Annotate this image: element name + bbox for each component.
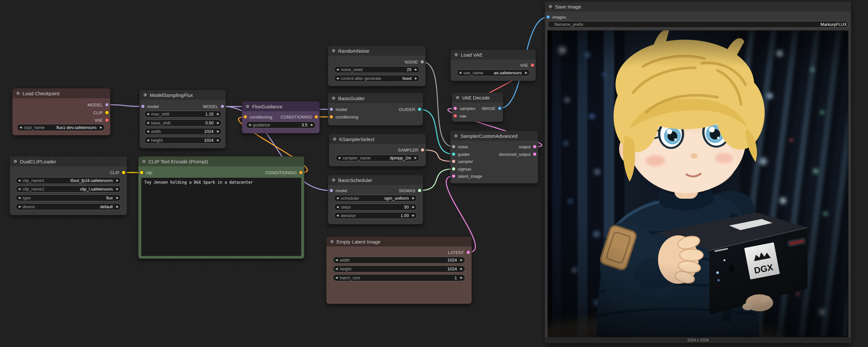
widget-clip_name1[interactable]: ◀clip_name1t5xxl_fp16.safetensors▶: [16, 177, 121, 184]
node-titlebar[interactable]: Load Checkpoint: [12, 88, 110, 98]
collapse-dot-icon[interactable]: [332, 96, 335, 100]
output-port-NOISE[interactable]: [421, 60, 424, 63]
decrement-arrow-icon[interactable]: ◀: [246, 121, 253, 128]
output-port-GUIDER[interactable]: [418, 108, 421, 111]
collapse-dot-icon[interactable]: [332, 49, 335, 52]
increment-arrow-icon[interactable]: ▶: [215, 119, 221, 126]
widget-scheduler[interactable]: ◀schedulersgm_uniform▶: [334, 195, 417, 202]
collapse-dot-icon[interactable]: [455, 53, 458, 56]
decrement-arrow-icon[interactable]: ◀: [145, 128, 151, 135]
widget-ckpt_name[interactable]: ◀ckpt_nameflux1-dev.safetensors▶: [17, 124, 105, 131]
output-port-MODEL[interactable]: [105, 103, 108, 106]
widget-height[interactable]: ◀height1024▶: [333, 265, 465, 272]
output-port-CONDITIONING[interactable]: [299, 171, 303, 174]
output-port-VAE[interactable]: [105, 118, 108, 122]
decrement-arrow-icon[interactable]: ◀: [334, 75, 341, 82]
node-random-noise[interactable]: RandomNoiseNOISE◀noise_seed25▶◀control a…: [328, 46, 426, 86]
node-titlebar[interactable]: Empty Latent Image: [327, 237, 472, 247]
widget-batch_size[interactable]: ◀batch_size1▶: [333, 274, 465, 281]
widget-filename_prefix[interactable]: filename_prefixMarkuryFLUX: [548, 21, 848, 28]
widget-noise_seed[interactable]: ◀noise_seed25▶: [334, 66, 420, 73]
increment-arrow-icon[interactable]: ▶: [114, 195, 121, 201]
decrement-arrow-icon[interactable]: ◀: [457, 69, 463, 76]
node-load-checkpoint[interactable]: Load CheckpointMODELCLIPVAE◀ckpt_nameflu…: [12, 88, 110, 135]
decrement-arrow-icon[interactable]: ◀: [145, 137, 151, 144]
increment-arrow-icon[interactable]: ▶: [114, 177, 121, 184]
increment-arrow-icon[interactable]: ▶: [215, 128, 221, 135]
widget-clip_name2[interactable]: ◀clip_name2clip_l.safetensors▶: [16, 185, 121, 193]
node-sampler-custom-advanced[interactable]: SamplerCustomAdvancednoiseguidersamplers…: [451, 131, 538, 183]
widget-device[interactable]: ◀devicedefault▶: [16, 203, 121, 210]
increment-arrow-icon[interactable]: ▶: [215, 111, 221, 118]
collapse-dot-icon[interactable]: [142, 160, 146, 163]
decrement-arrow-icon[interactable]: ◀: [333, 257, 340, 263]
decrement-arrow-icon[interactable]: ◀: [145, 111, 151, 118]
input-port-noise[interactable]: [452, 145, 455, 148]
widget-type[interactable]: ◀typeflux▶: [16, 195, 121, 201]
output-port-CONDITIONING[interactable]: [315, 115, 318, 118]
node-titlebar[interactable]: Save Image: [545, 2, 851, 11]
increment-arrow-icon[interactable]: ▶: [114, 203, 121, 210]
input-port-vae[interactable]: [454, 114, 457, 118]
decrement-arrow-icon[interactable]: ◀: [145, 119, 151, 126]
widget-control-after-generate[interactable]: ◀control after generatefixed▶: [334, 75, 420, 82]
collapse-dot-icon[interactable]: [17, 92, 20, 95]
input-port-latent_image[interactable]: [452, 174, 455, 178]
node-titlebar[interactable]: Load VAE: [451, 50, 536, 60]
collapse-dot-icon[interactable]: [14, 160, 17, 163]
input-port-conditioning[interactable]: [330, 115, 333, 118]
node-titlebar[interactable]: SamplerCustomAdvanced: [451, 131, 538, 141]
decrement-arrow-icon[interactable]: ◀: [334, 195, 341, 202]
input-port-sigmas[interactable]: [452, 167, 455, 171]
node-ksampler-select[interactable]: KSamplerSelectSAMPLER◀sampler_namedpmpp_…: [329, 134, 426, 166]
decrement-arrow-icon[interactable]: ◀: [336, 154, 342, 162]
node-empty-latent-image[interactable]: Empty Latent ImageLATENT◀width1024▶◀heig…: [327, 237, 472, 304]
increment-arrow-icon[interactable]: ▶: [410, 212, 417, 219]
collapse-dot-icon[interactable]: [454, 134, 458, 138]
node-titlebar[interactable]: ModelSamplingFlux: [140, 90, 226, 100]
output-port-SAMPLER[interactable]: [421, 148, 424, 151]
decrement-arrow-icon[interactable]: ◀: [334, 204, 341, 210]
widget-base_shift[interactable]: ◀base_shift0.50▶: [144, 119, 222, 126]
input-port-guider[interactable]: [452, 152, 455, 156]
decrement-arrow-icon[interactable]: ◀: [16, 177, 23, 184]
decrement-arrow-icon[interactable]: ◀: [17, 124, 24, 131]
node-basic-guider[interactable]: BasicGuidermodelconditioningGUIDER: [328, 93, 423, 125]
output-port-LATENT[interactable]: [467, 251, 470, 254]
output-port-denoised_output[interactable]: [533, 152, 536, 156]
decrement-arrow-icon[interactable]: ◀: [333, 274, 340, 281]
collapse-dot-icon[interactable]: [332, 178, 335, 182]
increment-arrow-icon[interactable]: ▶: [458, 257, 465, 263]
widget-steps[interactable]: ◀steps50▶: [334, 204, 417, 210]
widget-guidance[interactable]: ◀guidance3.5▶: [246, 121, 316, 128]
increment-arrow-icon[interactable]: ▶: [458, 265, 465, 272]
increment-arrow-icon[interactable]: ▶: [458, 274, 465, 281]
collapse-dot-icon[interactable]: [144, 93, 147, 96]
widget-sampler_name[interactable]: ◀sampler_namedpmpp_2m▶: [336, 154, 419, 162]
node-model-sampling-flux[interactable]: ModelSamplingFluxmodelMODEL◀max_shift1.1…: [140, 90, 226, 148]
node-titlebar[interactable]: DualCLIPLoader: [10, 156, 127, 166]
input-port-conditioning[interactable]: [244, 115, 247, 118]
node-save-image[interactable]: Save Imageimagesfilename_prefixMarkuryFL…: [545, 2, 851, 343]
decrement-arrow-icon[interactable]: ◀: [16, 203, 23, 210]
decrement-arrow-icon[interactable]: ◀: [334, 212, 341, 219]
increment-arrow-icon[interactable]: ▶: [98, 124, 104, 131]
node-titlebar[interactable]: RandomNoise: [328, 46, 426, 56]
widget-max_shift[interactable]: ◀max_shift1.15▶: [144, 111, 222, 118]
prompt-textarea[interactable]: Toy Jensen holding a DGX Spark in a data…: [141, 178, 301, 256]
widget-width[interactable]: ◀width1024▶: [333, 257, 465, 263]
increment-arrow-icon[interactable]: ▶: [412, 154, 419, 162]
collapse-dot-icon[interactable]: [330, 240, 334, 243]
increment-arrow-icon[interactable]: ▶: [114, 185, 121, 193]
increment-arrow-icon[interactable]: ▶: [410, 195, 417, 202]
node-clip-text-encode[interactable]: CLIP Text Encode (Prompt)clipCONDITIONIN…: [138, 156, 304, 259]
input-port-samples[interactable]: [454, 107, 457, 110]
increment-arrow-icon[interactable]: ▶: [413, 75, 419, 82]
node-flux-guidance[interactable]: FluxGuidanceconditioningCONDITIONING◀gui…: [242, 102, 319, 133]
node-titlebar[interactable]: CLIP Text Encode (Prompt): [138, 156, 304, 166]
increment-arrow-icon[interactable]: ▶: [410, 204, 417, 210]
node-dual-clip-loader[interactable]: DualCLIPLoaderCLIP◀clip_name1t5xxl_fp16.…: [10, 156, 127, 215]
node-graph-canvas[interactable]: Load CheckpointMODELCLIPVAE◀ckpt_nameflu…: [0, 0, 868, 347]
output-port-VAE[interactable]: [531, 63, 534, 67]
collapse-dot-icon[interactable]: [549, 5, 552, 8]
